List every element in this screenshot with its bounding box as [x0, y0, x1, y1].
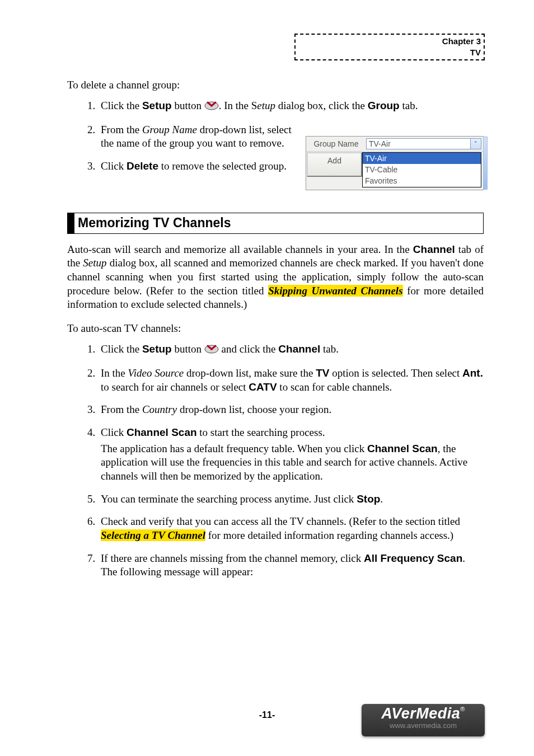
autoscan-step-5: You can terminate the searching process …	[98, 492, 484, 506]
brand-url: www.avermedia.com	[362, 721, 485, 731]
dropdown-selected-value: TV-Air	[367, 139, 470, 149]
group-name-screenshot: Group Name TV-Air ˅ Add TV-Air TV-Cable …	[306, 136, 484, 190]
dropdown-list[interactable]: TV-Air TV-Cable Favorites	[362, 152, 481, 187]
autoscan-step-6: Check and verify that you can access all…	[98, 515, 484, 542]
group-name-dropdown[interactable]: TV-Air ˅	[366, 138, 481, 149]
group-name-label: Group Name	[306, 137, 366, 151]
delete-step-1: Click the Setup button . In the Setup di…	[98, 99, 484, 114]
dropdown-option[interactable]: TV-Cable	[363, 164, 481, 175]
svg-point-1	[210, 105, 213, 107]
chapter-header-box: Chapter 3 TV	[294, 34, 485, 60]
setup-icon	[204, 342, 219, 358]
autoscan-step-1: Click the Setup button and click the Cha…	[98, 342, 484, 358]
autoscan-step-3: From the Country drop-down list, choose …	[98, 403, 484, 417]
setup-icon	[204, 99, 219, 114]
auto-scan-howto: To auto-scan TV channels:	[67, 322, 484, 336]
chapter-label: Chapter 3	[298, 36, 481, 47]
scrollbar	[483, 137, 488, 190]
autoscan-step-4: Click Channel Scan to start the searchin…	[98, 426, 484, 483]
autoscan-step-2: In the Video Source drop-down list, make…	[98, 367, 484, 394]
add-button[interactable]: Add	[307, 152, 362, 177]
svg-point-3	[210, 348, 213, 350]
autoscan-step-7: If there are channels missing from the c…	[98, 552, 484, 579]
memorize-paragraph: Auto-scan will search and memorize all a…	[67, 243, 484, 312]
brand-logo: AVerMedia® www.avermedia.com	[362, 704, 485, 736]
dropdown-option[interactable]: TV-Air	[363, 153, 481, 164]
heading-bar	[68, 213, 74, 233]
delete-group-intro: To delete a channel group:	[67, 78, 484, 92]
brand-name: AVerMedia®	[362, 706, 485, 721]
chevron-down-icon: ˅	[470, 139, 481, 149]
section-heading: Memorizing TV Channels	[67, 213, 484, 234]
chapter-subject: TV	[298, 47, 481, 58]
autoscan-step-4-note: The application has a default frequency …	[101, 442, 484, 483]
section-title: Memorizing TV Channels	[74, 213, 231, 233]
dropdown-option[interactable]: Favorites	[363, 175, 481, 186]
